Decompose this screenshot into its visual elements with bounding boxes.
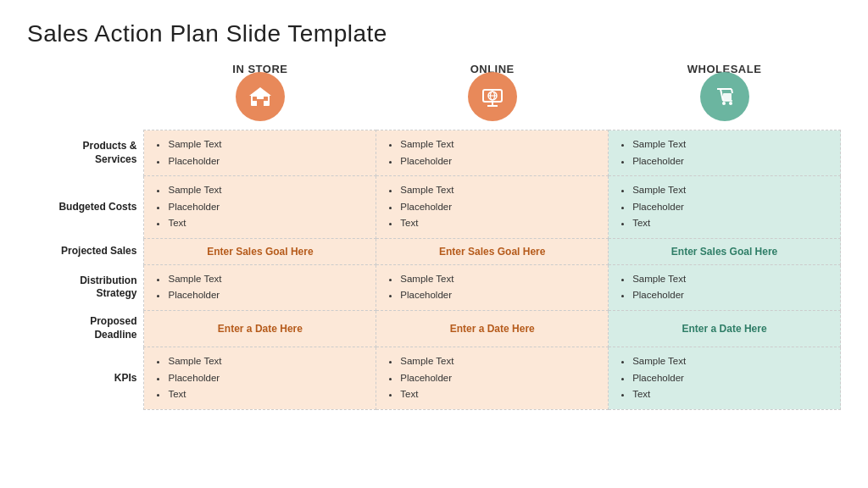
online-icon bbox=[468, 72, 517, 121]
svg-rect-2 bbox=[257, 99, 264, 106]
cell-instore-row3: Sample TextPlaceholder bbox=[144, 264, 376, 310]
wholesale-icon bbox=[700, 72, 749, 121]
row-label: Projected Sales bbox=[27, 238, 144, 264]
svg-rect-13 bbox=[723, 93, 732, 101]
svg-point-14 bbox=[722, 102, 726, 105]
row-label: Budgeted Costs bbox=[27, 176, 144, 239]
row-label: Products &Services bbox=[27, 130, 144, 176]
row-label: KPIs bbox=[27, 347, 144, 410]
cell-instore-row2: Enter Sales Goal Here bbox=[144, 238, 376, 264]
cell-wholesale-row0: Sample TextPlaceholder bbox=[609, 130, 841, 176]
cell-wholesale-row4: Enter a Date Here bbox=[609, 310, 841, 347]
table-row: KPIsSample TextPlaceholderTextSample Tex… bbox=[27, 347, 841, 410]
cell-online-row2: Enter Sales Goal Here bbox=[376, 238, 609, 264]
cell-online-row5: Sample TextPlaceholderText bbox=[376, 347, 609, 410]
instore-icon bbox=[236, 72, 285, 121]
cell-wholesale-row5: Sample TextPlaceholderText bbox=[609, 347, 841, 410]
svg-rect-3 bbox=[253, 97, 257, 101]
table-row: DistributionStrategySample TextPlacehold… bbox=[27, 264, 841, 310]
page-title: Sales Action Plan Slide Template bbox=[27, 20, 841, 47]
table-row: ProposedDeadlineEnter a Date HereEnter a… bbox=[27, 310, 841, 347]
cell-online-row3: Sample TextPlaceholder bbox=[376, 264, 609, 310]
cell-online-row0: Sample TextPlaceholder bbox=[376, 130, 609, 176]
cell-instore-row0: Sample TextPlaceholder bbox=[144, 130, 376, 176]
cell-online-row4: Enter a Date Here bbox=[376, 310, 609, 347]
cell-wholesale-row2: Enter Sales Goal Here bbox=[609, 238, 841, 264]
table-row: Products &ServicesSample TextPlaceholder… bbox=[27, 130, 841, 176]
table-row: Projected SalesEnter Sales Goal HereEnte… bbox=[27, 238, 841, 264]
svg-line-12 bbox=[721, 89, 723, 101]
svg-point-15 bbox=[729, 102, 732, 105]
table-row: Budgeted CostsSample TextPlaceholderText… bbox=[27, 176, 841, 239]
cell-wholesale-row3: Sample TextPlaceholder bbox=[609, 264, 841, 310]
cell-wholesale-row1: Sample TextPlaceholderText bbox=[609, 176, 841, 239]
row-label: DistributionStrategy bbox=[27, 264, 144, 310]
cell-instore-row1: Sample TextPlaceholderText bbox=[144, 176, 376, 239]
row-label: ProposedDeadline bbox=[27, 310, 144, 347]
svg-marker-1 bbox=[249, 87, 271, 96]
cell-online-row1: Sample TextPlaceholderText bbox=[376, 176, 609, 239]
main-table: IN STORE bbox=[27, 63, 841, 410]
svg-rect-4 bbox=[264, 97, 268, 101]
cell-instore-row4: Enter a Date Here bbox=[144, 310, 376, 347]
cell-instore-row5: Sample TextPlaceholderText bbox=[144, 347, 376, 410]
svg-line-18 bbox=[732, 89, 732, 93]
